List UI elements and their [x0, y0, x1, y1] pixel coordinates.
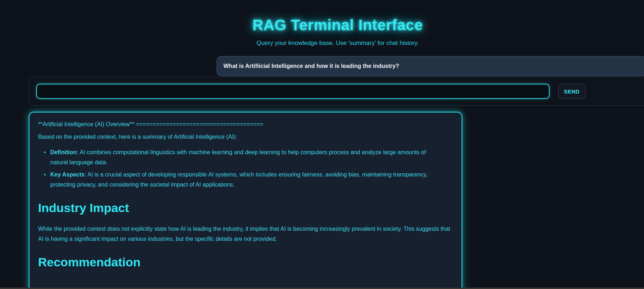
- bullet-text: : AI is a crucial aspect of developing r…: [50, 171, 427, 188]
- list-item: Definition: AI combines computational li…: [43, 147, 433, 168]
- horizontal-scrollbar[interactable]: [0, 288, 644, 289]
- send-button[interactable]: SEND: [558, 84, 585, 99]
- user-message-text: What is Artifiicial Intelligence and how…: [223, 63, 399, 69]
- chat-history: What is Artifiicial Intelligence and how…: [29, 56, 644, 76]
- section-body-industry-impact: While the provided context does not expl…: [38, 224, 453, 244]
- query-input[interactable]: [36, 84, 550, 99]
- app-container: RAG Terminal Interface Query your knowle…: [0, 17, 644, 289]
- page-title: RAG Terminal Interface: [29, 17, 644, 34]
- query-composer: SEND: [29, 77, 644, 106]
- bullet-label: Key Aspects: [50, 171, 84, 178]
- bullet-label: Definition: [50, 149, 77, 155]
- response-bullet-list: Definition: AI combines computational li…: [38, 147, 453, 190]
- bullet-text: : AI combines computational linguistics …: [50, 149, 426, 165]
- response-intro-line: Based on the provided context, here is a…: [38, 132, 453, 142]
- section-heading-industry-impact: Industry Impact: [38, 201, 453, 215]
- page-subtitle: Query your knowledge base. Use 'summary'…: [29, 40, 644, 47]
- user-message-bubble: What is Artifiicial Intelligence and how…: [217, 56, 644, 76]
- list-item: Key Aspects: AI is a crucial aspect of d…: [43, 170, 433, 190]
- response-panel: **Artificial Intelligence (AI) Overview*…: [29, 112, 462, 289]
- response-overview-line: **Artificial Intelligence (AI) Overview*…: [38, 120, 453, 129]
- section-heading-recommendation: Recommendation: [38, 255, 453, 270]
